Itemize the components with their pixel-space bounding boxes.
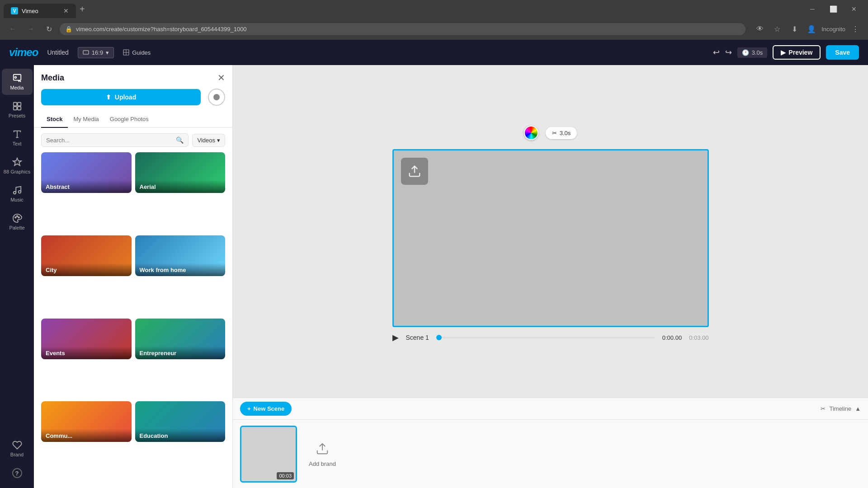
add-brand-button[interactable]: Add brand	[304, 441, 340, 467]
media-card-education[interactable]: Education	[135, 401, 226, 442]
canvas-wrapper: ✂ 3.0s	[233, 65, 868, 398]
upload-icon: ⬆	[106, 94, 111, 101]
svg-point-13	[16, 216, 18, 217]
presets-icon	[12, 101, 22, 111]
canvas-area: ✂ 3.0s	[233, 65, 868, 488]
media-card-label-abstract: Abstract	[41, 180, 132, 193]
forward-button[interactable]: →	[24, 22, 38, 36]
add-brand-label: Add brand	[309, 460, 336, 467]
reload-button[interactable]: ↻	[42, 22, 56, 36]
scissors-icon: ✂	[552, 130, 557, 136]
tab-google-photos[interactable]: Google Photos	[104, 111, 154, 128]
svg-point-5	[14, 76, 16, 78]
progress-thumb[interactable]	[436, 335, 442, 340]
sidebar-item-music[interactable]: Music	[2, 181, 33, 207]
new-tab-button[interactable]: +	[76, 2, 89, 16]
sidebar-item-graphics[interactable]: 88 Graphics	[2, 153, 33, 179]
scene-timeline-bar: ▶ Scene 1 0:00.00 0:03.00	[392, 333, 709, 343]
sidebar-item-presets[interactable]: Presets	[2, 97, 33, 123]
browser-tab[interactable]: V Vimeo ✕	[4, 4, 76, 18]
media-card-label-entrepreneur: Entrepreneur	[135, 346, 226, 359]
timeline-label: Timeline	[829, 405, 851, 412]
media-card-entrepreneur[interactable]: Entrepreneur	[135, 319, 226, 359]
eye-off-icon[interactable]: 👁	[753, 22, 767, 36]
color-wheel-button[interactable]	[524, 126, 538, 140]
back-button[interactable]: ←	[5, 22, 20, 36]
svg-rect-8	[13, 107, 16, 110]
palette-icon	[12, 213, 22, 223]
filter-dropdown[interactable]: Videos ▾	[192, 134, 225, 147]
guides-toggle[interactable]: Guides	[123, 49, 151, 56]
aspect-ratio-selector[interactable]: 16:9 ▾	[78, 47, 114, 58]
media-card-aerial[interactable]: Aerial	[135, 152, 226, 193]
progress-track[interactable]	[436, 337, 655, 338]
presets-nav-label: Presets	[9, 113, 25, 118]
undo-button[interactable]: ↩	[713, 47, 720, 57]
sidebar-item-brand[interactable]: Brand	[2, 436, 33, 462]
timeline-controls[interactable]: ✂ Timeline ▲	[821, 405, 861, 412]
project-title[interactable]: Untitled	[47, 49, 68, 56]
bookmark-icon[interactable]: ☆	[770, 22, 784, 36]
play-button[interactable]: ▶	[392, 333, 399, 343]
media-icon	[12, 73, 22, 83]
guides-label: Guides	[132, 49, 151, 56]
menu-icon[interactable]: ⋮	[848, 22, 863, 36]
svg-rect-0	[83, 51, 89, 54]
minimize-button[interactable]: ─	[802, 0, 823, 18]
svg-rect-7	[17, 103, 20, 106]
sidebar-item-media[interactable]: Media	[2, 69, 33, 95]
search-input-wrap[interactable]: 🔍	[41, 133, 189, 147]
graphics-nav-label: 88 Graphics	[4, 169, 30, 174]
tab-stock[interactable]: Stock	[41, 111, 68, 128]
brand-nav-label: Brand	[10, 452, 24, 457]
aspect-ratio-icon	[83, 50, 89, 55]
media-nav-label: Media	[10, 85, 24, 90]
upload-button[interactable]: ⬆ Upload	[41, 89, 201, 105]
search-input[interactable]	[46, 137, 173, 144]
canvas-placeholder-icon	[401, 158, 428, 185]
save-button[interactable]: Save	[826, 45, 859, 60]
scene-thumbnail-time: 00:03	[277, 472, 294, 479]
canvas-frame[interactable]	[392, 149, 709, 327]
media-card-community[interactable]: Commu...	[41, 401, 132, 442]
record-button[interactable]	[208, 89, 225, 106]
address-bar[interactable]: 🔒 vimeo.com/create/customize?hash=storyb…	[60, 23, 745, 35]
sidebar-item-text[interactable]: Text	[2, 125, 33, 151]
download-icon[interactable]: ⬇	[787, 22, 802, 36]
scene-label: Scene 1	[406, 334, 429, 341]
tab-my-media[interactable]: My Media	[68, 111, 104, 128]
graphics-icon	[12, 157, 22, 167]
help-button[interactable]: ?	[2, 464, 33, 483]
media-card-label-wfh: Work from home	[135, 263, 226, 276]
media-panel: Media ✕ ⬆ Upload Stock My Media Google P…	[34, 65, 233, 488]
preview-button[interactable]: ▶ Preview	[773, 45, 821, 60]
media-card-label-events: Events	[41, 346, 132, 359]
media-card-work-from-home[interactable]: Work from home	[135, 235, 226, 276]
search-icon: 🔍	[176, 136, 184, 144]
aspect-ratio-chevron: ▾	[106, 49, 109, 56]
media-grid: Abstract Aerial City Work from home Even…	[34, 152, 232, 488]
bottom-timeline-header: + New Scene ✂ Timeline ▲	[233, 398, 868, 420]
new-scene-button[interactable]: + New Scene	[240, 402, 292, 416]
trim-duration-button[interactable]: ✂ 3.0s	[546, 127, 577, 139]
maximize-button[interactable]: ⬜	[823, 0, 844, 18]
media-card-abstract[interactable]: Abstract	[41, 152, 132, 193]
sidebar-item-palette[interactable]: Palette	[2, 209, 33, 235]
music-icon	[12, 185, 22, 195]
aspect-ratio-value: 16:9	[92, 49, 103, 56]
close-media-panel-button[interactable]: ✕	[217, 72, 225, 83]
text-nav-label: Text	[12, 141, 21, 146]
guides-icon	[123, 49, 129, 56]
preview-icon: ▶	[781, 49, 786, 56]
scene-duration-label: 3.0s	[560, 130, 571, 136]
media-card-events[interactable]: Events	[41, 319, 132, 359]
media-tabs: Stock My Media Google Photos	[34, 111, 232, 128]
scene-thumbnail-1[interactable]: 00:03	[240, 426, 297, 483]
tab-close-button[interactable]: ✕	[63, 7, 69, 14]
filter-chevron-icon: ▾	[217, 137, 220, 144]
redo-button[interactable]: ↪	[725, 47, 732, 57]
media-card-label-city: City	[41, 263, 132, 276]
media-card-city[interactable]: City	[41, 235, 132, 276]
profile-icon[interactable]: 👤	[804, 22, 819, 36]
close-window-button[interactable]: ✕	[844, 0, 864, 18]
